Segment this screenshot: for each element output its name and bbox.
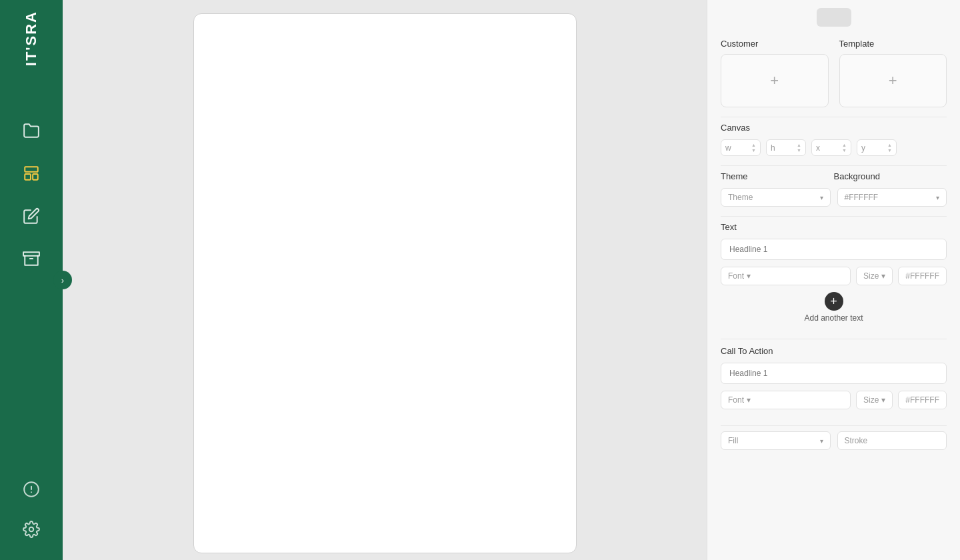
cta-size-caret: ▾ [881, 395, 885, 405]
theme-bg-row: Theme ▾ #FFFFFF ▾ [721, 188, 947, 207]
bg-main-label: Background [834, 171, 947, 181]
canvas [193, 13, 577, 553]
bg-dropdown[interactable]: #FFFFFF ▾ [837, 188, 947, 207]
fill-stroke-section: Fill ▾ Stroke [707, 426, 960, 459]
text-headline-input[interactable] [721, 239, 947, 260]
svg-rect-0 [25, 167, 38, 172]
sidebar-item-info[interactable] [21, 479, 42, 500]
down-arrow: ▼ [842, 148, 847, 153]
canvas-inputs: w ▲ ▼ h ▲ ▼ x ▲ ▼ y [721, 139, 947, 156]
text-font-dropdown[interactable]: Font ▾ [721, 267, 851, 285]
avatar [817, 8, 851, 27]
text-size-dropdown[interactable]: Size ▾ [856, 267, 893, 285]
fill-stroke-row: Fill ▾ Stroke [721, 431, 947, 450]
canvas-w-arrows: ▲ ▼ [751, 143, 756, 153]
canvas-w-label: w [725, 143, 731, 153]
svg-rect-3 [23, 252, 39, 255]
text-font-label: Font [728, 271, 744, 281]
canvas-y-label: y [861, 143, 865, 153]
svg-point-8 [29, 527, 34, 532]
template-upload-box[interactable]: + [839, 54, 947, 107]
customer-upload-plus: + [770, 72, 779, 89]
canvas-h-label: h [771, 143, 775, 153]
theme-main-label: Theme [721, 171, 834, 181]
cta-controls-row: Font ▾ Size ▾ #FFFFFF [721, 391, 947, 409]
text-label: Text [721, 222, 947, 232]
cta-headline-input[interactable] [721, 363, 947, 384]
customer-label: Customer [721, 39, 829, 49]
svg-rect-2 [33, 174, 38, 180]
template-label: Template [839, 39, 947, 49]
cta-size-dropdown[interactable]: Size ▾ [856, 391, 893, 409]
stroke-dropdown[interactable]: Stroke [837, 431, 947, 450]
theme-dropdown-label: Theme [728, 193, 753, 202]
cta-color-chip[interactable]: #FFFFFF [898, 391, 947, 409]
fill-label: Fill [728, 436, 738, 445]
customer-upload-box[interactable]: + [721, 54, 829, 107]
theme-section: Theme Background Theme ▾ #FFFFFF ▾ [707, 166, 960, 216]
fill-caret: ▾ [820, 437, 823, 445]
down-arrow: ▼ [797, 148, 801, 153]
canvas-y-arrows: ▲ ▼ [887, 143, 892, 153]
sidebar-bottom [21, 479, 42, 560]
sidebar-item-archive[interactable] [21, 248, 42, 269]
cta-font-label: Font [728, 395, 744, 405]
canvas-h-arrows: ▲ ▼ [797, 143, 801, 153]
template-col: Template + [839, 39, 947, 107]
bg-dropdown-value: #FFFFFF [845, 193, 879, 202]
add-text-label: Add another text [804, 313, 863, 323]
canvas-label: Canvas [721, 123, 947, 133]
chevron-right-icon: › [61, 275, 64, 285]
cta-color-value: #FFFFFF [905, 395, 939, 405]
svg-rect-1 [25, 174, 31, 180]
canvas-w-input[interactable]: w ▲ ▼ [721, 139, 761, 156]
main-canvas-area: ↔ [63, 0, 707, 560]
customer-col: Customer + [721, 39, 829, 107]
add-text-plus-icon: + [830, 295, 837, 307]
up-arrow: ▲ [842, 143, 847, 147]
text-controls-row: Font ▾ Size ▾ #FFFFFF [721, 267, 947, 285]
stroke-label: Stroke [845, 436, 868, 445]
text-font-caret: ▾ [747, 271, 751, 281]
canvas-x-arrows: ▲ ▼ [842, 143, 847, 153]
text-color-value: #FFFFFF [905, 271, 939, 281]
sidebar: IT'SRA [0, 0, 63, 560]
add-text-button[interactable]: + [825, 292, 843, 311]
sidebar-brand: IT'SRA [0, 0, 63, 107]
canvas-y-input[interactable]: y ▲ ▼ [857, 139, 897, 156]
down-arrow: ▼ [751, 148, 756, 153]
sidebar-item-edit[interactable] [21, 205, 42, 227]
customer-template-section: Customer + Template + [707, 32, 960, 117]
sidebar-item-settings[interactable] [21, 519, 42, 540]
theme-dropdown-caret: ▾ [820, 194, 823, 201]
text-size-caret: ▾ [881, 271, 885, 281]
canvas-h-input[interactable]: h ▲ ▼ [766, 139, 806, 156]
panel-header [707, 0, 960, 32]
cta-label: Call To Action [721, 346, 947, 356]
theme-dropdown[interactable]: Theme ▾ [721, 188, 831, 207]
canvas-section: Canvas w ▲ ▼ h ▲ ▼ x ▲ ▼ [707, 117, 960, 165]
up-arrow: ▲ [751, 143, 756, 147]
text-section: Text Font ▾ Size ▾ #FFFFFF + Add another… [707, 217, 960, 339]
fill-dropdown[interactable]: Fill ▾ [721, 431, 831, 450]
up-arrow: ▲ [797, 143, 801, 147]
text-color-chip[interactable]: #FFFFFF [898, 267, 947, 285]
cta-font-dropdown[interactable]: Font ▾ [721, 391, 851, 409]
cta-font-caret: ▾ [747, 395, 751, 405]
right-panel: Customer + Template + Canvas w ▲ ▼ [707, 0, 960, 560]
up-arrow: ▲ [887, 143, 892, 147]
sidebar-item-layout[interactable] [21, 163, 42, 184]
down-arrow: ▼ [887, 148, 892, 153]
sidebar-nav [21, 107, 42, 479]
sidebar-item-folder[interactable] [21, 120, 42, 141]
template-upload-plus: + [889, 72, 897, 89]
text-size-label: Size [863, 271, 879, 281]
cta-size-label: Size [863, 395, 879, 405]
sidebar-collapse-button[interactable]: › [53, 271, 72, 289]
add-text-row: + Add another text [721, 292, 947, 323]
canvas-x-label: x [816, 143, 820, 153]
bg-dropdown-caret: ▾ [936, 194, 939, 201]
canvas-x-input[interactable]: x ▲ ▼ [811, 139, 851, 156]
brand-name: IT'SRA [24, 11, 39, 66]
cta-section: Call To Action Font ▾ Size ▾ #FFFFFF [707, 339, 960, 425]
